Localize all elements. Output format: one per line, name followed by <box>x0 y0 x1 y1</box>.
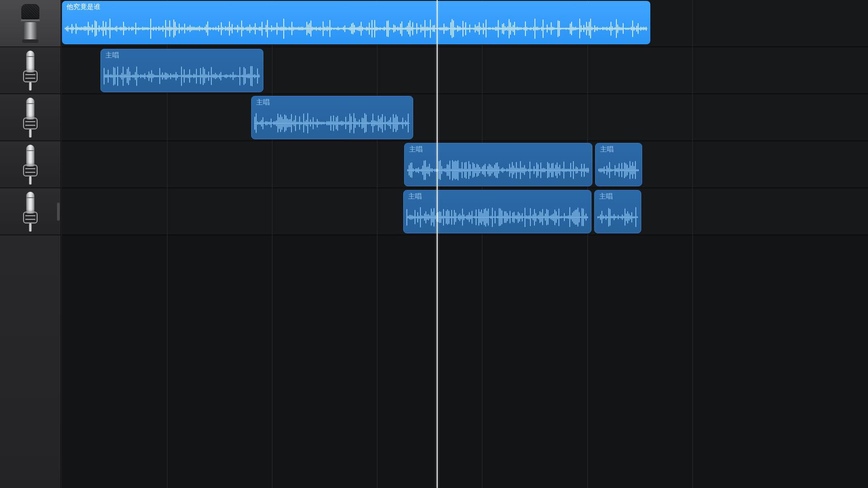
condenser-mic-icon <box>21 51 39 90</box>
region-label: 主唱 <box>600 145 614 154</box>
audio-region-vocal[interactable]: 主唱 <box>251 96 413 139</box>
timeline-area[interactable]: 他究竟是谁 主唱 主唱 主唱 主唱 主唱 主唱 <box>61 0 868 488</box>
region-label: 主唱 <box>408 192 422 201</box>
region-label: 主唱 <box>409 145 423 154</box>
region-label: 主唱 <box>105 51 119 60</box>
track-header-0[interactable] <box>0 0 61 47</box>
track-header-2[interactable] <box>0 94 61 141</box>
grid-line <box>482 0 482 488</box>
waveform <box>598 159 639 181</box>
condenser-mic-icon <box>21 145 39 185</box>
track-header-4[interactable] <box>0 188 61 235</box>
track-resize-handle[interactable] <box>57 203 60 221</box>
playhead[interactable] <box>437 0 438 488</box>
waveform <box>407 159 589 181</box>
grid-line <box>692 0 693 488</box>
grid-line <box>587 0 588 488</box>
track-header-1[interactable] <box>0 47 61 94</box>
region-label: 主唱 <box>256 98 270 107</box>
grid-line <box>272 0 272 488</box>
condenser-mic-icon <box>21 98 39 137</box>
dynamic-mic-icon <box>18 4 43 43</box>
audio-region-vocal[interactable]: 主唱 <box>403 190 591 233</box>
region-label: 主唱 <box>599 192 613 201</box>
waveform <box>406 206 588 228</box>
track-header-column <box>0 0 61 488</box>
audio-region-vocal[interactable]: 主唱 <box>100 49 263 92</box>
audio-region-main[interactable]: 他究竟是谁 <box>62 1 650 44</box>
region-label: 他究竟是谁 <box>67 3 100 11</box>
grid-line <box>377 0 377 488</box>
waveform <box>65 17 648 40</box>
waveform <box>597 206 638 228</box>
daw-app: 他究竟是谁 主唱 主唱 主唱 主唱 主唱 主唱 <box>0 0 868 488</box>
waveform <box>254 112 410 134</box>
track-header-3[interactable] <box>0 141 61 188</box>
track-lane-2[interactable] <box>61 94 868 141</box>
audio-region-vocal[interactable]: 主唱 <box>404 143 592 186</box>
condenser-mic-icon <box>21 192 39 232</box>
timeline-empty-area[interactable] <box>61 235 868 488</box>
audio-region-vocal[interactable]: 主唱 <box>594 190 641 233</box>
audio-region-vocal[interactable]: 主唱 <box>595 143 642 186</box>
grid-line <box>61 0 62 488</box>
waveform <box>104 65 260 87</box>
